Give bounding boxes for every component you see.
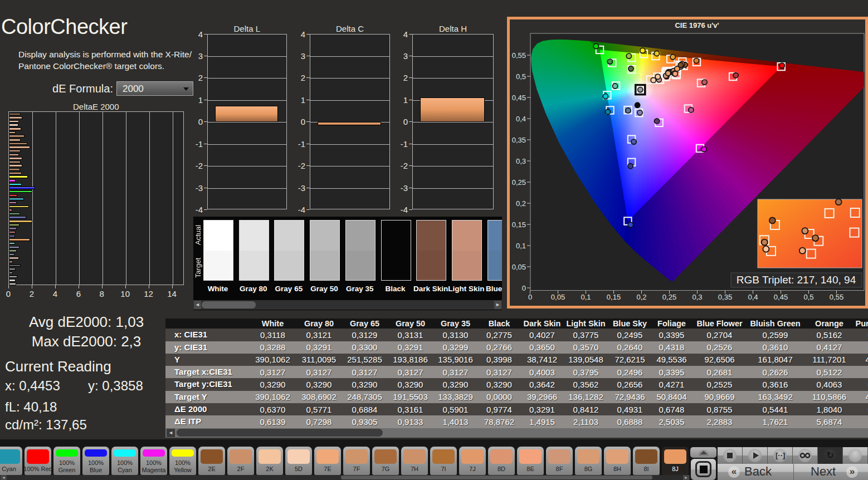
svg-text:0,3: 0,3 xyxy=(692,293,702,301)
svg-text:0,25: 0,25 xyxy=(512,178,526,187)
svg-text:0,05: 0,05 xyxy=(512,263,526,271)
svg-text:RGB Triplet: 217, 140, 94: RGB Triplet: 217, 140, 94 xyxy=(737,274,856,286)
svg-text:0,55: 0,55 xyxy=(830,293,843,301)
svg-text:0,4: 0,4 xyxy=(748,293,758,301)
svg-text:0,05: 0,05 xyxy=(551,293,565,301)
svg-text:0,55: 0,55 xyxy=(512,51,526,60)
svg-text:0,5: 0,5 xyxy=(516,72,526,81)
svg-text:0,5: 0,5 xyxy=(803,293,813,301)
svg-text:0,45: 0,45 xyxy=(774,293,788,301)
svg-text:0,4: 0,4 xyxy=(516,115,526,123)
svg-text:0,15: 0,15 xyxy=(512,221,526,229)
svg-text:0,2: 0,2 xyxy=(516,199,526,208)
svg-text:0,3: 0,3 xyxy=(516,157,526,165)
svg-text:0,1: 0,1 xyxy=(581,293,591,301)
svg-text:0,35: 0,35 xyxy=(512,136,526,144)
svg-text:0,2: 0,2 xyxy=(636,293,646,301)
svg-text:0: 0 xyxy=(522,284,526,292)
svg-text:CIE 1976 u'v': CIE 1976 u'v' xyxy=(675,21,719,30)
svg-text:0,45: 0,45 xyxy=(512,94,526,102)
svg-text:0,15: 0,15 xyxy=(607,293,621,301)
svg-text:0: 0 xyxy=(528,293,532,301)
svg-text:0,35: 0,35 xyxy=(718,293,732,301)
svg-text:0,1: 0,1 xyxy=(516,242,526,250)
svg-text:0,25: 0,25 xyxy=(662,293,676,301)
